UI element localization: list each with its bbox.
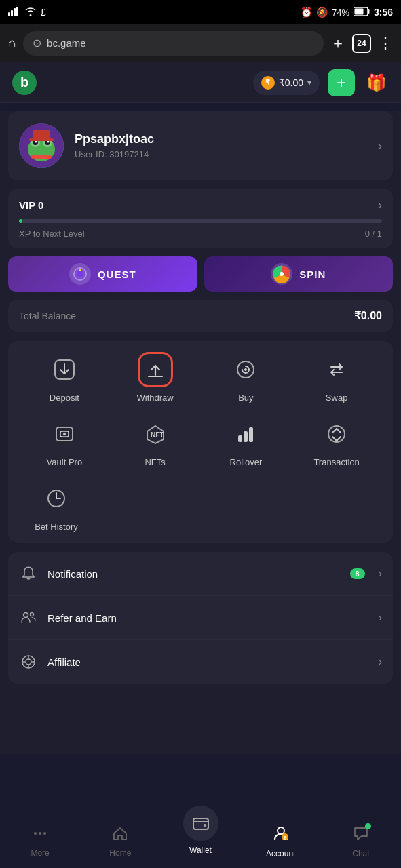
vip-progress-fill (19, 219, 22, 223)
extra-icon: £ (41, 7, 46, 18)
affiliate-icon (19, 652, 38, 671)
svg-text:$: $ (283, 835, 286, 841)
quest-spin-row: QUEST SPIN (8, 256, 393, 292)
home-icon (112, 825, 128, 846)
nfts-button[interactable]: NFT NFTs (125, 416, 186, 467)
nav-chat[interactable]: Chat (321, 814, 401, 868)
svg-rect-2 (14, 8, 16, 16)
action-grid: Deposit Withdraw (8, 341, 393, 542)
vip-section[interactable]: VIP 0 › XP to Next Level 0 / 1 (8, 189, 393, 248)
status-bar: £ ⏰ 🔕 74% 3:56 (0, 0, 401, 24)
refer-earn-menu-item[interactable]: Refer and Earn › (8, 596, 393, 640)
logo-b-icon: b (12, 71, 37, 95)
notification-arrow-icon: › (379, 568, 382, 580)
vault-pro-label: Vault Pro (47, 457, 83, 467)
vip-xp-label: XP to Next Level (19, 229, 85, 239)
total-balance-amount: ₹0.00 (354, 309, 382, 322)
main-content: Ppsapbxjtoac User ID: 30197214 › VIP 0 ›… (0, 111, 401, 754)
svg-rect-3 (16, 7, 18, 16)
svg-rect-5 (368, 9, 369, 14)
svg-rect-15 (33, 130, 50, 140)
browser-home-button[interactable]: ⌂ (8, 35, 16, 51)
svg-point-36 (31, 613, 34, 616)
url-text: bc.game (47, 37, 86, 49)
svg-rect-1 (11, 10, 13, 16)
time: 3:56 (374, 7, 393, 18)
add-funds-button[interactable]: + (328, 69, 355, 96)
avatar (19, 123, 64, 168)
notification-menu-icon (19, 564, 38, 583)
swap-label: Swap (326, 393, 348, 403)
svg-point-24 (244, 368, 247, 371)
withdraw-button[interactable]: Withdraw (125, 352, 186, 403)
svg-point-27 (63, 433, 66, 435)
buy-button[interactable]: Buy (215, 352, 276, 403)
bet-history-icon (39, 481, 74, 516)
transaction-icon (319, 416, 354, 452)
svg-rect-0 (8, 12, 10, 16)
svg-rect-42 (193, 818, 208, 829)
withdraw-icon (138, 352, 173, 387)
more-icon (32, 825, 48, 846)
menu-button[interactable]: ⋮ (378, 35, 393, 52)
balance-button[interactable]: ₹ ₹0.00 ▾ (253, 71, 320, 95)
total-balance-label: Total Balance (19, 311, 76, 321)
svg-point-21 (280, 272, 284, 276)
vault-pro-button[interactable]: Vault Pro (34, 416, 95, 467)
rollover-icon (228, 416, 263, 452)
bet-history-label: Bet History (35, 521, 78, 532)
vip-xp-value: 0 / 1 (365, 229, 382, 239)
svg-rect-32 (249, 427, 253, 442)
app-header: b ₹ ₹0.00 ▾ + 🎁 (0, 62, 401, 103)
swap-icon (319, 352, 354, 387)
svg-point-39 (34, 832, 37, 835)
tab-count[interactable]: 24 (352, 34, 371, 53)
spin-icon (271, 263, 292, 285)
nav-chat-label: Chat (352, 849, 369, 859)
wallet-icon (181, 804, 221, 843)
nav-wallet[interactable]: Wallet (160, 802, 240, 856)
deposit-button[interactable]: Deposit (34, 352, 95, 403)
bet-history-button[interactable]: Bet History (26, 481, 87, 532)
svg-point-19 (77, 271, 83, 277)
affiliate-label: Affiliate (47, 656, 365, 668)
vip-progress-bar (19, 219, 382, 223)
affiliate-menu-item[interactable]: Affiliate › (8, 640, 393, 684)
quest-icon (69, 263, 91, 285)
deposit-label: Deposit (50, 393, 79, 403)
svg-point-40 (39, 832, 41, 835)
action-row-1: Deposit Withdraw (19, 352, 382, 403)
profile-section[interactable]: Ppsapbxjtoac User ID: 30197214 › (8, 111, 393, 180)
nav-wallet-label: Wallet (189, 846, 212, 855)
refer-earn-arrow-icon: › (379, 612, 382, 624)
nav-home[interactable]: Home (80, 814, 160, 868)
battery-percent: 74% (332, 7, 349, 18)
gift-button[interactable]: 🎁 (363, 69, 390, 96)
nav-more[interactable]: More (0, 814, 80, 868)
header-balance: ₹0.00 (279, 77, 303, 88)
vip-level: VIP 0 (19, 199, 43, 211)
profile-info: Ppsapbxjtoac User ID: 30197214 (75, 132, 367, 159)
notification-menu-item[interactable]: Notification 8 › (8, 552, 393, 596)
quest-button[interactable]: QUEST (8, 256, 197, 292)
status-right: ⏰ 🔕 74% 3:56 (301, 7, 393, 18)
action-row-2: Vault Pro NFT NFTs (19, 416, 382, 467)
transaction-button[interactable]: Transaction (306, 416, 367, 467)
menu-section: Notification 8 › Refer and Earn › (8, 552, 393, 684)
chat-online-dot (365, 823, 371, 829)
buy-icon (228, 352, 263, 387)
new-tab-button[interactable]: ＋ (330, 33, 345, 54)
alarm-icon: ⏰ (301, 7, 312, 18)
deposit-icon (47, 352, 82, 387)
nfts-label: NFTs (145, 457, 165, 467)
quest-label: QUEST (98, 269, 136, 280)
swap-button[interactable]: Swap (306, 352, 367, 403)
user-id: User ID: 30197214 (75, 149, 367, 159)
status-left: £ (8, 7, 46, 18)
browser-bar: ⌂ ⊙ bc.game ＋ 24 ⋮ (0, 24, 401, 62)
vip-arrow-icon: › (378, 198, 382, 212)
nav-account[interactable]: $ Account (241, 814, 321, 868)
spin-button[interactable]: SPIN (204, 256, 394, 292)
rollover-button[interactable]: Rollover (215, 416, 276, 467)
url-bar[interactable]: ⊙ bc.game (23, 31, 324, 56)
